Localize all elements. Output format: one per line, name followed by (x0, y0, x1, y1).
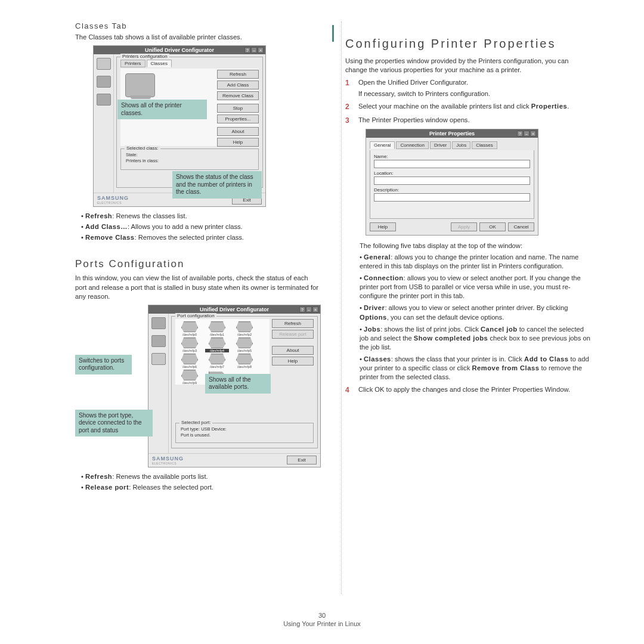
brand-logo: SAMSUNG (97, 195, 129, 201)
tab-printers[interactable]: Printers (120, 60, 145, 67)
port-item[interactable]: /dev/mfp2 (233, 321, 256, 336)
close-icon[interactable]: × (530, 131, 536, 137)
plug-icon (181, 354, 198, 364)
about-button[interactable]: About (217, 127, 259, 136)
brand-logo: SAMSUNG (152, 456, 184, 462)
location-label: Location: (374, 171, 530, 176)
add-class-button[interactable]: Add Class (217, 80, 259, 89)
brand-sub: ELECTRONICS (97, 201, 129, 205)
minimize-icon[interactable]: – (524, 131, 530, 137)
window-title-text: Unified Driver Configurator (145, 47, 214, 53)
plug-icon (209, 338, 225, 348)
help-icon[interactable]: ? (517, 131, 523, 137)
remove-class-button[interactable]: Remove Class (217, 91, 259, 100)
help-icon[interactable]: ? (244, 47, 250, 53)
selected-port-legend: Selected port: (179, 420, 212, 425)
exit-button[interactable]: Exit (287, 456, 317, 465)
port-type: Port type: USB Device: (181, 426, 309, 432)
tab-definitions: General: allows you to change the printe… (360, 253, 590, 382)
plug-icon (236, 321, 253, 332)
refresh-button[interactable]: Refresh (272, 319, 314, 328)
ports-intro: In this window, you can view the list of… (75, 274, 321, 301)
plug-icon (209, 321, 225, 332)
cancel-button[interactable]: Cancel (508, 222, 534, 231)
tab-general[interactable]: General (370, 141, 395, 149)
port-item[interactable]: /dev/mfp9 (178, 370, 202, 385)
printer-icon[interactable] (97, 58, 111, 70)
port-item[interactable]: /dev/mfp0 (178, 321, 202, 336)
description-label: Description: (374, 187, 530, 193)
port-item[interactable]: /dev/mfp4 (205, 338, 229, 352)
port-label: /dev/mfp2 (233, 333, 256, 336)
minimize-icon[interactable]: – (251, 47, 257, 53)
help-icon[interactable]: ? (299, 306, 305, 312)
port-item[interactable]: /dev/mfp3 (178, 338, 202, 352)
port-label: /dev/mfp3 (178, 349, 202, 352)
tab-classes[interactable]: Classes (472, 141, 497, 149)
window-title: Unified Driver Configurator ?–× (148, 305, 320, 314)
port-icon[interactable] (151, 353, 166, 365)
step-text: Open the Unified Driver Configurator. (358, 79, 468, 86)
description-input[interactable] (374, 193, 530, 202)
help-button[interactable]: Help (272, 357, 314, 366)
help-button[interactable]: Help (370, 222, 396, 231)
port-icon[interactable] (97, 94, 111, 106)
help-button[interactable]: Help (217, 138, 259, 147)
section-intro: Using the properties window provided by … (345, 57, 590, 75)
classes-intro: The Classes tab shows a list of availabl… (75, 33, 321, 42)
right-column: Configuring Printer Properties Using the… (341, 21, 590, 594)
minimize-icon[interactable]: – (306, 306, 312, 312)
ok-button[interactable]: OK (479, 222, 506, 231)
tab-jobs[interactable]: Jobs (452, 141, 470, 149)
port-label: /dev/mfp9 (178, 381, 202, 385)
classes-heading: Classes Tab (75, 21, 321, 30)
scanner-icon[interactable] (97, 76, 111, 88)
config-tabs: Printers Classes (120, 60, 259, 67)
plug-icon (181, 321, 198, 332)
scanner-icon[interactable] (151, 335, 166, 347)
properties-button[interactable]: Properties... (217, 114, 259, 123)
tab-driver[interactable]: Driver (430, 141, 451, 149)
tab-connection[interactable]: Connection (396, 141, 428, 149)
stop-button[interactable]: Stop (217, 104, 259, 113)
port-item[interactable]: /dev/mfp8 (233, 354, 256, 369)
tab-def-item: Jobs: shows the list of print jobs. Clic… (360, 325, 590, 352)
tab-classes[interactable]: Classes (147, 60, 172, 67)
step-bold: Properties (531, 103, 567, 110)
printer-properties-screenshot: Printer Properties ?–× General Connectio… (366, 129, 538, 236)
callout-available-ports: Shows all of the available ports. (205, 374, 271, 394)
step-text: The Printer Properties window opens. (358, 116, 470, 123)
step-num: 2 (345, 102, 352, 112)
port-label: /dev/mfp1 (205, 333, 229, 336)
classes-bullets: Refresh: Renews the classes list. Add Cl… (81, 212, 321, 242)
refresh-button[interactable]: Refresh (217, 70, 259, 79)
window-title-text: Printer Properties (429, 131, 475, 137)
callout-classes-list: Shows all of the printer classes. (117, 100, 207, 119)
close-icon[interactable]: × (258, 47, 264, 53)
printer-icon[interactable] (151, 317, 166, 329)
about-button[interactable]: About (272, 346, 314, 355)
step-text: Click OK to apply the changes and close … (358, 386, 570, 393)
classes-screenshot: Unified Driver Configurator ?–× Printers… (93, 45, 266, 207)
apply-button[interactable]: Apply (451, 222, 477, 231)
tabs-intro: The following five tabs display at the t… (360, 242, 590, 250)
window-title: Printer Properties ?–× (366, 129, 538, 138)
printers-in-label: Printers in class: (126, 158, 255, 163)
location-input[interactable] (374, 177, 530, 185)
port-item[interactable]: /dev/mfp7 (205, 354, 229, 369)
bullet-add-class: Add Class…: Allows you to add a new prin… (81, 222, 321, 231)
close-icon[interactable]: × (312, 306, 318, 312)
name-input[interactable] (374, 160, 530, 168)
port-item[interactable]: /dev/mfp6 (178, 354, 202, 369)
plug-icon (236, 338, 253, 348)
selected-class-legend: Selected class: (125, 145, 160, 151)
bullet-refresh-ports: Refresh: Renews the available ports list… (81, 472, 321, 481)
window-title: Unified Driver Configurator ?–× (94, 46, 265, 54)
port-label: /dev/mfp6 (178, 365, 202, 369)
plug-icon (236, 354, 253, 364)
port-item[interactable]: /dev/mfp1 (205, 321, 229, 336)
release-port-button[interactable]: Release port (272, 330, 314, 339)
port-status: Port is unused. (181, 432, 309, 438)
step-sub: If necessary, switch to Printers configu… (358, 89, 590, 98)
port-item[interactable]: /dev/mfp5 (233, 338, 256, 352)
